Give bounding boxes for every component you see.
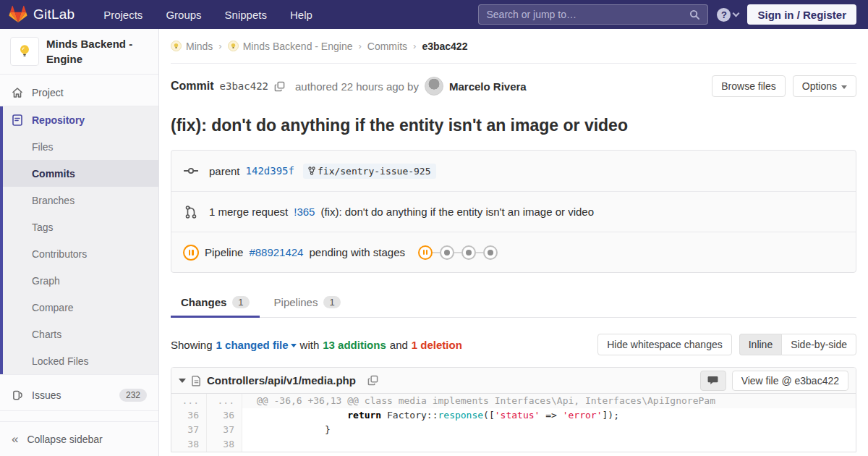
search-icon[interactable] bbox=[689, 9, 700, 20]
commit-hash: e3bac422 bbox=[220, 80, 268, 92]
branch-badge[interactable]: fix/sentry-issue-925 bbox=[303, 164, 436, 179]
issues-count-badge: 232 bbox=[119, 389, 147, 402]
help-icon: ? bbox=[717, 8, 731, 22]
merge-request-link[interactable]: !365 bbox=[294, 206, 315, 218]
tab-pipelines[interactable]: Pipelines 1 bbox=[264, 289, 351, 317]
merge-request-row: 1 merge request !365 (fix): don't do any… bbox=[171, 191, 856, 232]
old-line-number: ... bbox=[171, 394, 207, 408]
browse-files-button[interactable]: Browse files bbox=[712, 75, 785, 97]
sidebar-item-tags[interactable]: Tags bbox=[0, 214, 158, 240]
project-avatar bbox=[10, 37, 39, 66]
commit-tabs: Changes 1 Pipelines 1 bbox=[171, 289, 856, 318]
breadcrumb-separator: › bbox=[413, 41, 416, 51]
breadcrumb-separator: › bbox=[358, 41, 361, 51]
help-dropdown[interactable]: ? bbox=[717, 8, 739, 22]
project-context[interactable]: Minds Backend - Engine bbox=[0, 29, 158, 75]
old-line-number[interactable]: 36 bbox=[171, 408, 207, 423]
hide-whitespace-button[interactable]: Hide whitespace changes bbox=[597, 334, 732, 355]
changes-count-badge: 1 bbox=[232, 296, 249, 308]
global-search[interactable] bbox=[478, 4, 708, 25]
sidebar-item-graph[interactable]: Graph bbox=[0, 267, 158, 294]
commit-info-box: parent 142d395f fix/sentry-issue-925 bbox=[171, 150, 856, 273]
sidebar-item-label: Issues bbox=[32, 389, 61, 401]
pipeline-stage-created[interactable] bbox=[483, 245, 498, 260]
sidebar-item-contributors[interactable]: Contributors bbox=[0, 240, 158, 267]
pipeline-stage-paused[interactable] bbox=[418, 245, 433, 260]
sign-in-button[interactable]: Sign in / Register bbox=[747, 4, 856, 25]
author-avatar[interactable] bbox=[425, 77, 443, 96]
view-file-button[interactable]: View file @ e3bac422 bbox=[732, 371, 848, 391]
project-title: Minds Backend - Engine bbox=[46, 36, 148, 67]
sidebar-item-locked-files[interactable]: Locked Files bbox=[0, 347, 158, 374]
project-mini-avatar bbox=[228, 41, 239, 51]
sidebar-item-issues[interactable]: Issues 232 bbox=[0, 379, 158, 411]
side-by-side-view-button[interactable]: Side-by-side bbox=[781, 334, 856, 355]
sidebar-item-repository[interactable]: Repository bbox=[0, 106, 158, 133]
changed-files-dropdown[interactable]: 1 changed file bbox=[216, 339, 297, 351]
new-line-number[interactable]: 36 bbox=[207, 408, 242, 423]
sidebar-nav: Project Repository Files Commits Branche… bbox=[0, 75, 158, 421]
new-line-number[interactable]: 37 bbox=[207, 423, 242, 437]
sidebar-item-compare[interactable]: Compare bbox=[0, 294, 158, 321]
code-line: return Factory::response(['status' => 'e… bbox=[242, 408, 856, 423]
options-label: Options bbox=[802, 80, 837, 92]
hunk-header-text: @@ -36,6 +36,13 @@ class media implement… bbox=[242, 394, 856, 408]
menu-snippets[interactable]: Snippets bbox=[215, 2, 277, 28]
caret-down-icon bbox=[291, 344, 297, 347]
sidebar-item-commits[interactable]: Commits bbox=[0, 160, 158, 187]
pipeline-status-paused-icon[interactable] bbox=[183, 245, 199, 261]
old-line-number[interactable]: 38 bbox=[171, 437, 207, 452]
branch-name: fix/sentry-issue-925 bbox=[318, 166, 431, 177]
gitlab-logo[interactable]: GitLab bbox=[0, 5, 80, 24]
diff-file-path[interactable]: Controllers/api/v1/media.php bbox=[207, 374, 356, 387]
collapse-diff-icon[interactable] bbox=[179, 379, 186, 383]
pipeline-label: Pipeline bbox=[205, 246, 243, 258]
breadcrumb-project[interactable]: Minds Backend - Engine bbox=[228, 41, 353, 52]
diff-code-row: 38 38 bbox=[171, 437, 856, 452]
author-name[interactable]: Marcelo Rivera bbox=[449, 80, 527, 93]
diff-code-row: 37 37 } bbox=[171, 423, 856, 437]
parent-label: parent bbox=[209, 165, 240, 177]
menu-help[interactable]: Help bbox=[280, 2, 323, 28]
diff-table: ... ... @@ -36,6 +36,13 @@ class media i… bbox=[171, 394, 856, 452]
main-menu: Projects Groups Snippets Help bbox=[93, 2, 323, 28]
breadcrumb: Minds › Minds Backend - Engine › Commits… bbox=[171, 29, 856, 64]
pipeline-mini-graph[interactable] bbox=[418, 245, 498, 260]
double-chevron-left-icon: « bbox=[12, 432, 18, 447]
pipeline-row: Pipeline #88921424 pending with stages bbox=[171, 232, 856, 272]
breadcrumb-current-commit: e3bac422 bbox=[422, 41, 467, 52]
sidebar-item-project[interactable]: Project bbox=[0, 79, 158, 106]
sidebar-item-branches[interactable]: Branches bbox=[0, 187, 158, 214]
search-input[interactable] bbox=[486, 9, 689, 20]
deletions-count: 1 deletion bbox=[412, 339, 462, 351]
options-dropdown-button[interactable]: Options bbox=[793, 75, 856, 97]
copy-file-path-icon[interactable] bbox=[367, 375, 378, 386]
menu-groups[interactable]: Groups bbox=[156, 2, 211, 28]
toggle-comments-button[interactable] bbox=[700, 371, 726, 391]
commit-authored-text: authored 22 hours ago by bbox=[295, 80, 419, 93]
breadcrumb-commits[interactable]: Commits bbox=[367, 41, 407, 52]
file-icon bbox=[192, 375, 201, 387]
pipeline-stage-created[interactable] bbox=[461, 245, 476, 260]
sidebar-item-label: Project bbox=[32, 87, 64, 98]
code-line: } bbox=[242, 423, 856, 437]
breadcrumb-minds[interactable]: Minds bbox=[171, 41, 213, 52]
pipeline-link[interactable]: #88921424 bbox=[249, 246, 303, 258]
copy-commit-sha-icon[interactable] bbox=[274, 81, 285, 92]
new-line-number[interactable]: 38 bbox=[207, 437, 242, 452]
commit-label: Commit bbox=[171, 80, 214, 93]
inline-view-button[interactable]: Inline bbox=[739, 334, 781, 355]
sidebar-item-charts[interactable]: Charts bbox=[0, 321, 158, 347]
tab-changes[interactable]: Changes 1 bbox=[171, 289, 260, 317]
menu-projects[interactable]: Projects bbox=[93, 2, 153, 28]
diff-view-toggle: Inline Side-by-side bbox=[739, 334, 856, 355]
diff-file: Controllers/api/v1/media.php View file @… bbox=[171, 367, 856, 452]
old-line-number[interactable]: 37 bbox=[171, 423, 207, 437]
pipeline-stage-created[interactable] bbox=[440, 245, 454, 260]
parent-commit-link[interactable]: 142d395f bbox=[246, 165, 294, 177]
with-label: with bbox=[300, 339, 320, 351]
sidebar-section-repository: Repository Files Commits Branches Tags C… bbox=[0, 106, 158, 375]
collapse-sidebar-button[interactable]: « Collapse sidebar bbox=[0, 421, 158, 456]
commit-icon bbox=[183, 166, 199, 175]
sidebar-item-files[interactable]: Files bbox=[0, 133, 158, 160]
